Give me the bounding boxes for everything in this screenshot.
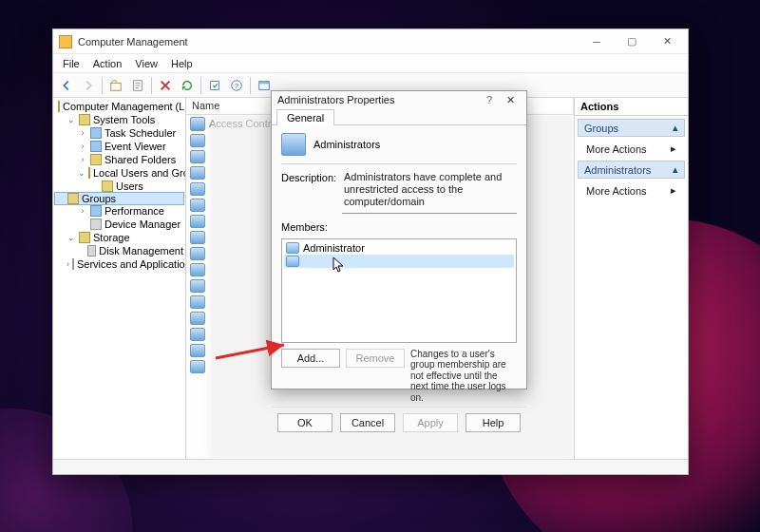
minimize-button[interactable]: ─ — [580, 31, 614, 52]
tree-local-users-groups[interactable]: ⌄Local Users and Groups — [55, 166, 183, 180]
description-field[interactable]: Administrators have complete and unrestr… — [342, 170, 517, 214]
tree-shared-folders[interactable]: ›Shared Folders — [55, 153, 183, 166]
membership-note: Changes to a user's group membership are… — [410, 349, 517, 404]
tree-services-apps[interactable]: ›Services and Applications — [55, 257, 183, 271]
add-button[interactable]: Add... — [281, 349, 340, 368]
dialog-close-button[interactable]: ✕ — [500, 91, 521, 108]
svg-rect-2 — [211, 81, 219, 89]
menu-action[interactable]: Action — [87, 56, 128, 71]
group-name-field[interactable]: Administrators — [314, 139, 380, 150]
remove-button[interactable]: Remove — [346, 349, 405, 368]
menu-view[interactable]: View — [129, 56, 163, 71]
tree-device-manager[interactable]: Device Manager — [55, 218, 183, 231]
window-title: Computer Management — [78, 36, 580, 48]
user-icon — [286, 242, 299, 254]
prop-button[interactable] — [127, 75, 148, 96]
up-button[interactable] — [105, 75, 126, 96]
export-button[interactable] — [204, 75, 225, 96]
member-item[interactable]: Administrator — [284, 241, 514, 255]
menubar: File Action View Help — [53, 54, 688, 73]
tree-groups[interactable]: Groups — [54, 192, 184, 205]
dialog-titlebar[interactable]: Administrators Properties ? ✕ — [272, 91, 526, 108]
dialog-title: Administrators Properties — [277, 94, 486, 105]
tree-task-scheduler[interactable]: ›Task Scheduler — [55, 126, 183, 140]
actions-pane: Actions Groups▴ More Actions▸ Administra… — [574, 98, 688, 459]
tree-disk-management[interactable]: Disk Management — [55, 244, 183, 257]
user-icon — [286, 256, 299, 267]
menu-help[interactable]: Help — [165, 56, 199, 71]
tree-users[interactable]: Users — [55, 180, 183, 193]
ok-button[interactable]: OK — [277, 413, 332, 432]
arrow-icon: ▸ — [671, 142, 676, 155]
administrators-properties-dialog: Administrators Properties ? ✕ General Ad… — [271, 90, 527, 390]
apply-button[interactable]: Apply — [403, 413, 458, 432]
help-button[interactable]: Help — [466, 413, 521, 432]
tree-pane[interactable]: Computer Management (Local ⌄System Tools… — [53, 98, 186, 459]
context-help-button[interactable]: ? — [486, 94, 492, 105]
actions-more-administrators[interactable]: More Actions▸ — [575, 181, 688, 200]
member-name: Administrator — [303, 242, 365, 254]
members-list[interactable]: Administrator hiddenuser — [281, 238, 517, 343]
app-icon — [59, 35, 72, 48]
tree-system-tools[interactable]: ⌄System Tools — [55, 113, 183, 126]
group-icon — [190, 117, 205, 130]
titlebar[interactable]: Computer Management ─ ▢ ✕ — [53, 29, 688, 54]
actions-group-groups[interactable]: Groups▴ — [578, 119, 685, 137]
member-item-hidden[interactable]: hiddenuser — [284, 255, 514, 268]
tree-root[interactable]: Computer Management (Local — [55, 100, 183, 113]
cancel-button[interactable]: Cancel — [340, 413, 395, 432]
group-icon-strip — [186, 115, 209, 459]
group-large-icon — [281, 133, 306, 156]
actions-header: Actions — [575, 98, 688, 116]
svg-rect-6 — [259, 81, 270, 84]
actions-more-groups[interactable]: More Actions▸ — [575, 140, 688, 158]
actions-group-administrators[interactable]: Administrators▴ — [578, 161, 685, 179]
close-button[interactable]: ✕ — [650, 31, 684, 52]
delete-button[interactable] — [155, 75, 176, 96]
svg-rect-0 — [111, 83, 122, 90]
members-label: Members: — [281, 221, 517, 233]
back-button[interactable] — [56, 75, 77, 96]
maximize-button[interactable]: ▢ — [615, 31, 649, 52]
svg-text:?: ? — [235, 81, 239, 89]
tree-performance[interactable]: ›Performance — [55, 204, 183, 218]
dialog-button-row: OK Cancel Apply Help — [272, 407, 526, 438]
tab-general[interactable]: General — [276, 109, 334, 125]
forward-button[interactable] — [78, 75, 99, 96]
tree-storage[interactable]: ⌄Storage — [55, 231, 183, 244]
collapse-icon: ▴ — [673, 163, 678, 176]
col-name[interactable]: Name — [186, 98, 281, 114]
tree-event-viewer[interactable]: ›Event Viewer — [55, 140, 183, 153]
dialog-tabs: General — [272, 108, 526, 125]
menu-file[interactable]: File — [57, 56, 86, 71]
arrow-icon: ▸ — [671, 184, 676, 197]
refresh-button[interactable] — [177, 75, 198, 96]
help-button[interactable]: ? — [226, 75, 247, 96]
collapse-icon: ▴ — [673, 122, 678, 134]
statusbar — [53, 459, 688, 474]
description-label: Description: — [281, 170, 338, 214]
